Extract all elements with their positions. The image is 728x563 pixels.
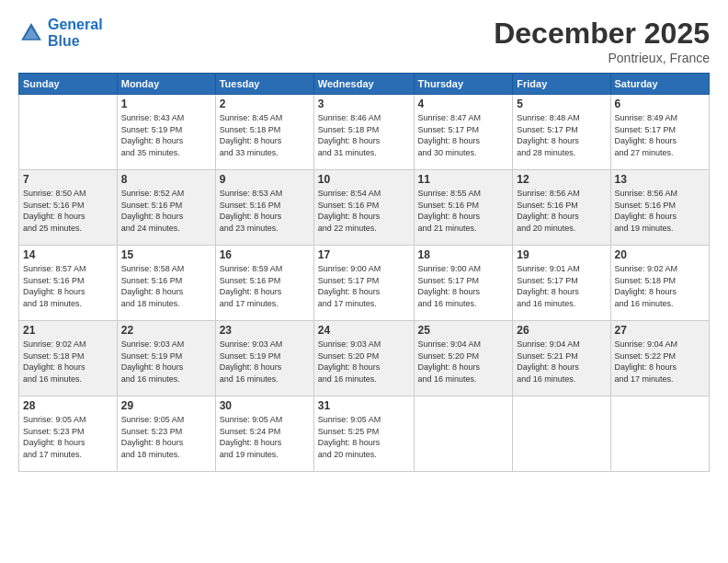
day-info: Sunrise: 8:58 AM Sunset: 5:16 PM Dayligh… [121,263,211,309]
day-number: 8 [121,173,211,186]
day-info: Sunrise: 8:53 AM Sunset: 5:16 PM Dayligh… [220,188,310,234]
day-number: 6 [615,98,705,110]
day-number: 23 [220,324,310,337]
day-number: 13 [615,173,705,186]
day-info: Sunrise: 9:00 AM Sunset: 5:17 PM Dayligh… [418,263,509,309]
day-info: Sunrise: 9:04 AM Sunset: 5:20 PM Dayligh… [418,339,509,385]
calendar-week-row: 7Sunrise: 8:50 AM Sunset: 5:16 PM Daylig… [19,170,710,246]
calendar-cell: 10Sunrise: 8:54 AM Sunset: 5:16 PM Dayli… [313,170,414,246]
day-info: Sunrise: 8:50 AM Sunset: 5:16 PM Dayligh… [23,188,113,234]
day-info: Sunrise: 9:02 AM Sunset: 5:18 PM Dayligh… [615,263,705,309]
calendar-cell: 1Sunrise: 8:43 AM Sunset: 5:19 PM Daylig… [117,95,215,170]
day-info: Sunrise: 9:04 AM Sunset: 5:22 PM Dayligh… [615,339,705,385]
col-header-thursday: Thursday [414,74,513,95]
day-info: Sunrise: 8:59 AM Sunset: 5:16 PM Dayligh… [220,263,310,309]
calendar-cell: 3Sunrise: 8:46 AM Sunset: 5:18 PM Daylig… [313,95,414,170]
day-info: Sunrise: 8:54 AM Sunset: 5:16 PM Dayligh… [318,188,410,234]
calendar-cell: 23Sunrise: 9:03 AM Sunset: 5:19 PM Dayli… [215,321,313,396]
calendar-cell: 24Sunrise: 9:03 AM Sunset: 5:20 PM Dayli… [313,321,414,396]
day-number: 24 [318,324,410,337]
calendar-cell: 21Sunrise: 9:02 AM Sunset: 5:18 PM Dayli… [19,321,118,396]
day-number: 9 [220,173,310,186]
calendar-week-row: 28Sunrise: 9:05 AM Sunset: 5:23 PM Dayli… [19,396,710,472]
day-number: 5 [517,98,606,110]
title-block: December 2025 Pontrieux, France [494,17,710,65]
calendar-week-row: 1Sunrise: 8:43 AM Sunset: 5:19 PM Daylig… [19,95,710,170]
calendar-cell: 15Sunrise: 8:58 AM Sunset: 5:16 PM Dayli… [117,246,215,321]
day-number: 20 [615,248,705,261]
calendar-table: SundayMondayTuesdayWednesdayThursdayFrid… [18,73,710,472]
calendar-cell: 5Sunrise: 8:48 AM Sunset: 5:17 PM Daylig… [513,95,610,170]
calendar-cell: 17Sunrise: 9:00 AM Sunset: 5:17 PM Dayli… [313,246,414,321]
day-info: Sunrise: 9:05 AM Sunset: 5:23 PM Dayligh… [23,414,113,460]
day-number: 15 [121,248,211,261]
day-info: Sunrise: 8:52 AM Sunset: 5:16 PM Dayligh… [121,188,211,234]
calendar-cell: 22Sunrise: 9:03 AM Sunset: 5:19 PM Dayli… [117,321,215,396]
calendar-cell [513,396,610,472]
col-header-sunday: Sunday [19,74,118,95]
col-header-tuesday: Tuesday [215,74,313,95]
day-info: Sunrise: 9:03 AM Sunset: 5:19 PM Dayligh… [121,339,211,385]
logo-general: General [48,17,103,32]
day-number: 25 [418,324,509,337]
day-info: Sunrise: 8:56 AM Sunset: 5:16 PM Dayligh… [517,188,606,234]
day-number: 29 [121,399,211,412]
calendar-cell: 30Sunrise: 9:05 AM Sunset: 5:24 PM Dayli… [215,396,313,472]
day-info: Sunrise: 8:55 AM Sunset: 5:16 PM Dayligh… [418,188,509,234]
col-header-wednesday: Wednesday [313,74,414,95]
calendar-cell: 31Sunrise: 9:05 AM Sunset: 5:25 PM Dayli… [313,396,414,472]
calendar-cell: 9Sunrise: 8:53 AM Sunset: 5:16 PM Daylig… [215,170,313,246]
calendar-cell: 14Sunrise: 8:57 AM Sunset: 5:16 PM Dayli… [19,246,118,321]
day-info: Sunrise: 9:03 AM Sunset: 5:20 PM Dayligh… [318,339,410,385]
day-number: 27 [615,324,705,337]
day-number: 26 [517,324,606,337]
day-info: Sunrise: 8:49 AM Sunset: 5:17 PM Dayligh… [615,112,705,158]
day-number: 2 [220,98,310,110]
day-number: 11 [418,173,509,186]
logo: General Blue [18,17,103,49]
day-info: Sunrise: 8:43 AM Sunset: 5:19 PM Dayligh… [121,112,211,158]
day-number: 31 [318,399,410,412]
logo-text: General Blue [48,17,103,49]
calendar-cell [19,95,118,170]
calendar-cell [414,396,513,472]
calendar-header-row: SundayMondayTuesdayWednesdayThursdayFrid… [19,74,710,95]
calendar-cell: 6Sunrise: 8:49 AM Sunset: 5:17 PM Daylig… [610,95,709,170]
day-info: Sunrise: 9:05 AM Sunset: 5:23 PM Dayligh… [121,414,211,460]
day-number: 21 [23,324,113,337]
header: General Blue December 2025 Pontrieux, Fr… [18,17,710,65]
day-info: Sunrise: 9:03 AM Sunset: 5:19 PM Dayligh… [220,339,310,385]
day-number: 28 [23,399,113,412]
calendar-cell: 13Sunrise: 8:56 AM Sunset: 5:16 PM Dayli… [610,170,709,246]
col-header-friday: Friday [513,74,610,95]
day-info: Sunrise: 9:05 AM Sunset: 5:25 PM Dayligh… [318,414,410,460]
calendar-cell: 29Sunrise: 9:05 AM Sunset: 5:23 PM Dayli… [117,396,215,472]
calendar-cell: 7Sunrise: 8:50 AM Sunset: 5:16 PM Daylig… [19,170,118,246]
day-number: 19 [517,248,606,261]
calendar-cell: 4Sunrise: 8:47 AM Sunset: 5:17 PM Daylig… [414,95,513,170]
col-header-saturday: Saturday [610,74,709,95]
calendar-cell [610,396,709,472]
col-header-monday: Monday [117,74,215,95]
calendar-cell: 2Sunrise: 8:45 AM Sunset: 5:18 PM Daylig… [215,95,313,170]
calendar-cell: 27Sunrise: 9:04 AM Sunset: 5:22 PM Dayli… [610,321,709,396]
calendar-cell: 19Sunrise: 9:01 AM Sunset: 5:17 PM Dayli… [513,246,610,321]
day-info: Sunrise: 9:00 AM Sunset: 5:17 PM Dayligh… [318,263,410,309]
calendar-cell: 11Sunrise: 8:55 AM Sunset: 5:16 PM Dayli… [414,170,513,246]
day-info: Sunrise: 8:57 AM Sunset: 5:16 PM Dayligh… [23,263,113,309]
day-info: Sunrise: 9:04 AM Sunset: 5:21 PM Dayligh… [517,339,606,385]
calendar-cell: 12Sunrise: 8:56 AM Sunset: 5:16 PM Dayli… [513,170,610,246]
month-title: December 2025 [494,17,710,51]
day-number: 18 [418,248,509,261]
day-number: 4 [418,98,509,110]
day-info: Sunrise: 8:56 AM Sunset: 5:16 PM Dayligh… [615,188,705,234]
calendar-cell: 25Sunrise: 9:04 AM Sunset: 5:20 PM Dayli… [414,321,513,396]
day-info: Sunrise: 8:46 AM Sunset: 5:18 PM Dayligh… [318,112,410,158]
day-info: Sunrise: 9:02 AM Sunset: 5:18 PM Dayligh… [23,339,113,385]
calendar-cell: 8Sunrise: 8:52 AM Sunset: 5:16 PM Daylig… [117,170,215,246]
day-number: 12 [517,173,606,186]
location: Pontrieux, France [494,51,710,65]
day-number: 16 [220,248,310,261]
logo-blue: Blue [48,33,103,50]
calendar-cell: 20Sunrise: 9:02 AM Sunset: 5:18 PM Dayli… [610,246,709,321]
